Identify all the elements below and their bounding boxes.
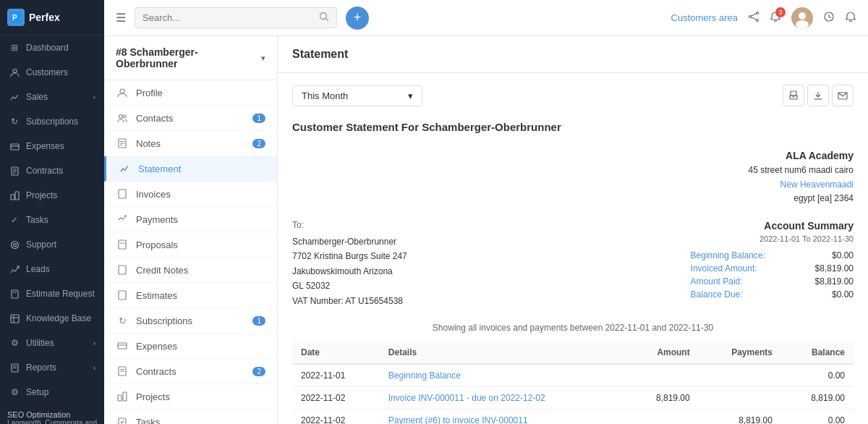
chevron-right-icon: › (93, 364, 95, 372)
customer-vat: VAT Number: AT U15654538 (292, 294, 407, 308)
menu-item-label: Tasks (136, 417, 265, 425)
sidebar-item-setup[interactable]: ⚙ Setup (0, 380, 104, 404)
sidebar-item-leads[interactable]: Leads (0, 257, 104, 281)
chevron-right-icon: › (93, 339, 95, 347)
dropdown-arrow-icon[interactable]: ▾ (261, 54, 265, 63)
statement-table: Date Details Amount Payments Balance 202… (292, 342, 854, 424)
menu-item-estimates[interactable]: Estimates (104, 283, 277, 308)
sidebar-item-label: Projects (26, 190, 95, 200)
subs-icon: ↻ (116, 314, 129, 327)
customers-icon (9, 67, 20, 78)
svg-point-34 (123, 115, 126, 118)
menu-item-tasks[interactable]: Tasks (104, 410, 277, 424)
dropdown-icon: ▾ (408, 90, 413, 101)
summary-row-1: Invoiced Amount: $8,819.00 (691, 263, 854, 274)
menu-item-invoices[interactable]: Invoices (104, 182, 277, 207)
period-select[interactable]: This Month ▾ (292, 85, 422, 106)
sidebar-item-knowledge-base[interactable]: Knowledge Base (0, 306, 104, 331)
sidebar-item-label: Sales (26, 92, 93, 102)
menu-item-notes[interactable]: Notes 2 (104, 131, 277, 156)
sidebar-item-reports[interactable]: Reports › (0, 355, 104, 380)
sidebar-item-dashboard[interactable]: ⊞ Dashboard (0, 35, 104, 60)
download-button[interactable] (807, 85, 829, 106)
svg-point-23 (757, 12, 759, 14)
customer-address: Schamberger-Oberbrunner 7702 Kristina Bu… (292, 234, 407, 308)
menu-item-proposals[interactable]: Proposals (104, 232, 277, 258)
payment-link[interactable]: Payment (#6) to invoice INV-000011 (388, 415, 528, 424)
sidebar-item-estimate-request[interactable]: Estimate Request (0, 281, 104, 306)
account-summary-title: Account Summary (691, 220, 854, 232)
company-info: ALA Academy 45 street num6 maadi cairo N… (292, 148, 854, 205)
sidebar-item-subscriptions[interactable]: ↻ Subscriptions (0, 109, 104, 134)
print-button[interactable] (783, 85, 804, 106)
email-button[interactable] (832, 85, 854, 106)
menu-item-credit-notes[interactable]: Credit Notes (104, 258, 277, 283)
menu-item-subscriptions[interactable]: ↻ Subscriptions 1 (104, 308, 277, 334)
cell-payments (699, 386, 781, 409)
sidebar-item-label: Dashboard (26, 43, 95, 53)
app-name: Perfex (29, 12, 60, 23)
customers-area-link[interactable]: Customers area (671, 12, 738, 23)
menu-item-label: Expenses (136, 341, 265, 352)
search-input[interactable] (142, 12, 316, 23)
svg-point-30 (796, 20, 809, 29)
sidebar-footer: SEO Optimization Langworth, Cummerata an… (0, 404, 104, 424)
sidebar-item-support[interactable]: Support (0, 232, 104, 257)
menu-item-contacts[interactable]: Contacts 1 (104, 106, 277, 131)
menu-icon[interactable]: ☰ (116, 11, 126, 25)
sidebar-item-expenses[interactable]: Expenses (0, 134, 104, 158)
cell-balance: 0.00 (781, 364, 854, 387)
exp-icon (116, 339, 129, 352)
clock-icon[interactable] (823, 11, 835, 25)
summary-label: Invoiced Amount: (691, 263, 757, 274)
svg-point-33 (119, 115, 123, 119)
menu-item-contracts[interactable]: Contracts 2 (104, 359, 277, 384)
sidebar-item-label: Tasks (26, 215, 95, 225)
left-panel-header: #8 Schamberger-Oberbrunner ▾ (104, 36, 277, 80)
beginning-balance-link[interactable]: Beginning Balance (388, 370, 461, 381)
summary-label: Balance Due: (691, 289, 743, 300)
contracts-icon (9, 165, 20, 177)
menu-item-profile[interactable]: Profile (104, 80, 277, 106)
sidebar-item-label: Setup (26, 387, 95, 397)
profile-icon (116, 86, 129, 99)
sidebar-item-projects[interactable]: Projects (0, 183, 104, 208)
menu-item-statement[interactable]: Statement (104, 156, 277, 182)
account-summary-date: 2022-11-01 To 2022-11-30 (691, 234, 854, 243)
svg-line-26 (751, 13, 756, 16)
avatar[interactable] (791, 7, 813, 29)
right-panel: Statement This Month ▾ (278, 36, 868, 424)
svg-rect-39 (119, 190, 126, 198)
app-logo: P Perfex (0, 0, 104, 35)
add-button[interactable]: + (346, 7, 369, 30)
svg-rect-9 (11, 195, 14, 200)
col-balance: Balance (781, 342, 854, 364)
sidebar-item-tasks[interactable]: ✓ Tasks (0, 208, 104, 232)
cell-date: 2022-11-02 (292, 409, 380, 424)
svg-line-27 (751, 17, 756, 20)
svg-point-32 (120, 89, 124, 93)
account-summary: Account Summary 2022-11-01 To 2022-11-30… (691, 220, 854, 302)
menu-item-expenses[interactable]: Expenses (104, 334, 277, 359)
search-icon[interactable] (319, 12, 329, 24)
sidebar-item-sales[interactable]: Sales › (0, 85, 104, 109)
bell-icon[interactable] (845, 11, 856, 25)
cell-details: Beginning Balance (380, 364, 626, 387)
sidebar-item-utilities[interactable]: ⚙ Utilities › (0, 331, 104, 355)
col-payments: Payments (699, 342, 781, 364)
summary-label: Beginning Balance: (691, 250, 765, 260)
menu-item-projects[interactable]: Projects (104, 384, 277, 410)
sidebar-item-customers[interactable]: Customers (0, 60, 104, 85)
subs-badge: 1 (252, 316, 265, 326)
notes-badge: 2 (252, 139, 265, 148)
share-icon[interactable] (748, 11, 760, 25)
contracts-badge: 2 (252, 367, 265, 376)
payments-icon (116, 213, 129, 226)
invoice-link[interactable]: Invoice INV-000011 - due on 2022-12-02 (388, 393, 545, 403)
table-header-row: Date Details Amount Payments Balance (292, 342, 854, 364)
notifications-icon[interactable]: 3 (770, 11, 781, 25)
summary-value: $0.00 (832, 289, 854, 300)
sidebar-item-label: Subscriptions (26, 116, 95, 127)
sidebar-item-contracts[interactable]: Contracts (0, 158, 104, 183)
menu-item-payments[interactable]: Payments (104, 207, 277, 232)
